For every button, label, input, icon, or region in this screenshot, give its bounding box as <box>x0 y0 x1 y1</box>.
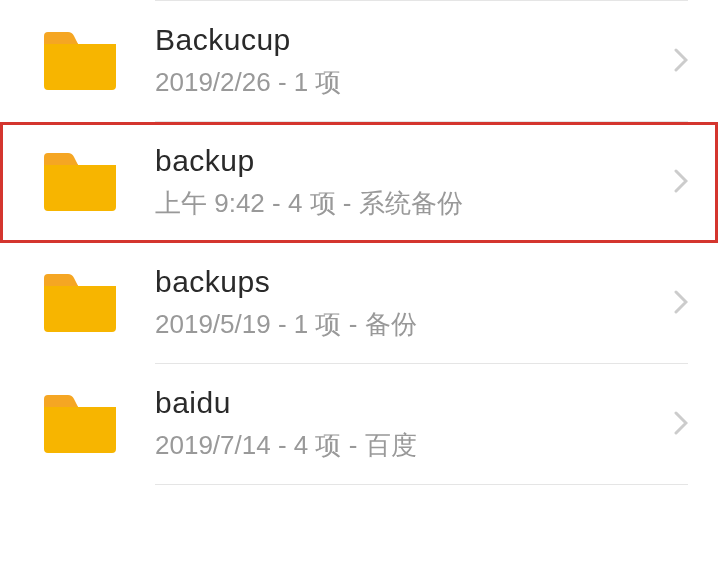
chevron-right-icon <box>664 290 688 318</box>
folder-icon <box>40 391 155 459</box>
chevron-right-icon <box>664 411 688 439</box>
folder-meta: 2019/5/19 - 1 项 - 备份 <box>155 307 664 342</box>
folder-item-backups[interactable]: backups 2019/5/19 - 1 项 - 备份 <box>0 243 718 364</box>
folder-icon <box>40 28 155 96</box>
folder-item-backucup[interactable]: Backucup 2019/2/26 - 1 项 <box>0 1 718 122</box>
chevron-right-icon <box>664 169 688 197</box>
folder-item-backup[interactable]: backup 上午 9:42 - 4 项 - 系统备份 <box>0 122 718 243</box>
file-info: Backucup 2019/2/26 - 1 项 <box>155 23 664 100</box>
folder-name: backups <box>155 265 664 299</box>
folder-meta: 2019/7/14 - 4 项 - 百度 <box>155 428 664 463</box>
folder-name: baidu <box>155 386 664 420</box>
folder-icon <box>40 149 155 217</box>
chevron-right-icon <box>664 48 688 76</box>
folder-meta: 2019/2/26 - 1 项 <box>155 65 664 100</box>
folder-name: Backucup <box>155 23 664 57</box>
file-info: backup 上午 9:42 - 4 项 - 系统备份 <box>155 144 664 221</box>
folder-meta: 上午 9:42 - 4 项 - 系统备份 <box>155 186 664 221</box>
file-info: baidu 2019/7/14 - 4 项 - 百度 <box>155 386 664 463</box>
folder-name: backup <box>155 144 664 178</box>
file-list: Backucup 2019/2/26 - 1 项 backup 上午 9:42 … <box>0 0 718 485</box>
folder-item-baidu[interactable]: baidu 2019/7/14 - 4 项 - 百度 <box>0 364 718 485</box>
folder-icon <box>40 270 155 338</box>
file-info: backups 2019/5/19 - 1 项 - 备份 <box>155 265 664 342</box>
